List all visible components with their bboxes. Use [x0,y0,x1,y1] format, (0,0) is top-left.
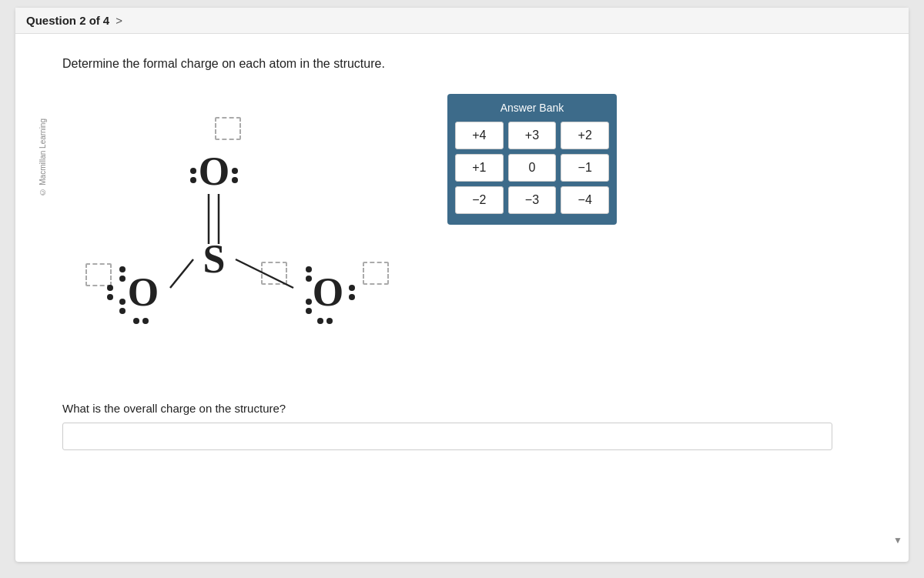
answer-btn-m4[interactable]: −4 [561,186,609,214]
svg-point-23 [326,318,333,324]
overall-charge-input[interactable] [62,423,832,450]
svg-line-13 [170,259,193,288]
svg-point-11 [119,308,126,314]
question-body: Determine the formal charge on each atom… [62,57,886,450]
svg-point-8 [119,266,126,272]
copyright-text: © Macmillan Learning [38,119,47,196]
svg-point-21 [142,318,149,324]
question-label: Question 2 of [26,14,100,27]
svg-line-19 [236,259,293,288]
answer-btn-m3[interactable]: −3 [508,186,557,214]
chemistry-area: O S O [62,94,886,356]
answer-bank-title: Answer Bank [455,102,609,114]
answer-btn-p2[interactable]: +2 [561,122,609,149]
chevron-right-icon[interactable]: > [116,14,122,27]
answer-btn-p3[interactable]: +3 [508,122,557,149]
answer-btn-0[interactable]: 0 [508,154,557,182]
svg-point-22 [317,318,323,324]
question-total: 4 [103,14,109,27]
header: Question 2 of 4 > [15,8,909,34]
svg-text:S: S [203,237,226,281]
svg-point-1 [190,177,196,183]
svg-text:O: O [199,149,229,193]
main-container: Question 2 of 4 > © Macmillan Learning D… [15,8,909,562]
scroll-indicator: ▼ [893,535,902,546]
answer-bank-grid: +4 +3 +2 +1 0 −1 −2 −3 −4 [455,122,609,214]
svg-point-15 [306,276,312,282]
question-instruction: Determine the formal charge on each atom… [62,57,886,71]
svg-point-25 [107,294,113,300]
svg-point-0 [190,168,196,174]
overall-charge-section: What is the overall charge on the struct… [62,402,886,450]
molecule-svg: O S O [62,94,417,356]
answer-btn-p1[interactable]: +1 [455,154,504,182]
svg-text:O: O [313,270,343,314]
svg-point-26 [349,285,355,291]
svg-point-10 [119,299,126,305]
svg-point-17 [306,308,312,314]
answer-btn-p4[interactable]: +4 [455,122,504,149]
svg-point-24 [107,285,113,291]
svg-point-9 [119,276,126,282]
overall-charge-label: What is the overall charge on the struct… [62,402,886,415]
answer-btn-m1[interactable]: −1 [561,154,609,182]
answer-btn-m2[interactable]: −2 [455,186,504,214]
svg-point-20 [133,318,139,324]
content-area: © Macmillan Learning Determine the forma… [15,34,909,466]
svg-point-27 [349,294,355,300]
svg-point-2 [232,168,238,174]
svg-point-16 [306,299,312,305]
svg-point-14 [306,266,312,272]
answer-bank: Answer Bank +4 +3 +2 +1 0 −1 −2 −3 −4 [447,94,617,225]
svg-text:O: O [128,270,159,314]
svg-point-3 [232,177,238,183]
molecule-container: O S O [62,94,417,356]
